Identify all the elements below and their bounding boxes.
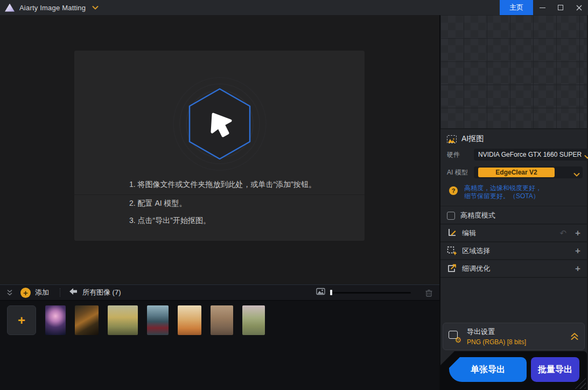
- add-image-tile[interactable]: +: [7, 305, 36, 335]
- ai-matting-title: AI抠图: [461, 134, 484, 144]
- high-precision-row[interactable]: 高精度模式: [440, 207, 587, 225]
- app-menu-chevron-down-icon[interactable]: [92, 5, 99, 10]
- close-icon: [576, 5, 582, 11]
- model-hint-line1: 高精度，边缘和锐度更好，: [464, 184, 542, 192]
- ai-matting-icon: [447, 135, 457, 143]
- back-arrow-icon[interactable]: [69, 288, 78, 297]
- help-icon[interactable]: ?: [449, 186, 458, 195]
- thumbnail-strip: +: [0, 301, 439, 390]
- close-button[interactable]: [570, 0, 588, 15]
- hardware-label: 硬件: [447, 150, 474, 159]
- expand-refine-plus-icon[interactable]: +: [575, 264, 580, 273]
- title-bar: Aiarty Image Matting 主页: [0, 0, 588, 15]
- export-settings-box[interactable]: ⚙ 导出设置 PNG (RGBA) [8 bits]: [443, 323, 585, 350]
- double-chevron-up-icon: [570, 332, 579, 340]
- ai-matting-header: AI抠图: [440, 129, 587, 149]
- double-chevron-down-icon: [6, 289, 13, 296]
- refine-label: 细调优化: [462, 264, 575, 274]
- batch-export-button[interactable]: 批量导出: [531, 357, 579, 382]
- drop-zone-illustration: [74, 51, 365, 173]
- hardware-dropdown[interactable]: NVIDIA GeForce GTX 1660 SUPER: [474, 149, 588, 161]
- refine-section-row[interactable]: 细调优化 +: [440, 260, 587, 278]
- model-hint-text: 高精度，边缘和锐度更好， 细节保留更好。（SOTA）: [464, 184, 542, 200]
- main-canvas: 1. 将图像文件或文件夹拖放到此处，或单击“添加”按钮。 2. 配置 AI 模型…: [0, 15, 439, 284]
- single-export-button[interactable]: 单张导出: [449, 357, 527, 382]
- gear-icon: ⚙: [454, 336, 461, 344]
- add-images-label[interactable]: 添加: [35, 288, 49, 297]
- slider-track[interactable]: [329, 292, 411, 294]
- collapse-filmstrip-button[interactable]: [6, 289, 13, 296]
- add-images-button[interactable]: +: [20, 288, 31, 298]
- slider-handle[interactable]: [330, 290, 332, 295]
- export-settings-icon: ⚙: [449, 331, 461, 343]
- model-hint-row: ? 高精度，边缘和锐度更好， 细节保留更好。（SOTA）: [440, 184, 587, 206]
- high-precision-label: 高精度模式: [460, 211, 495, 220]
- model-value-pill: EdgeClear V2: [478, 168, 555, 177]
- toolbar-divider: [60, 288, 60, 297]
- workspace-column: 1. 将图像文件或文件夹拖放到此处，或单击“添加”按钮。 2. 配置 AI 模型…: [0, 15, 440, 390]
- filmstrip-toolbar: + 添加 所有图像 (7): [0, 284, 439, 301]
- maximize-icon: [558, 5, 563, 10]
- plus-icon: +: [18, 314, 25, 327]
- thumbnail-woman-orange-flowers[interactable]: [178, 305, 201, 335]
- chevron-down-icon: [584, 152, 588, 162]
- app-title: Aiarty Image Matting: [19, 4, 86, 12]
- hexagon-cursor-icon: [171, 71, 268, 173]
- thumbnail-woman-red-dress[interactable]: [147, 305, 169, 335]
- model-label: AI 模型: [447, 168, 474, 177]
- collapse-export-button[interactable]: [570, 332, 579, 340]
- expand-region-plus-icon[interactable]: +: [575, 246, 580, 255]
- edit-pen-icon: [447, 228, 457, 238]
- all-images-filter-label[interactable]: 所有图像 (7): [82, 288, 121, 297]
- chevron-down-icon: [573, 170, 580, 179]
- minimize-button[interactable]: [533, 0, 551, 15]
- transparency-preview: [440, 15, 587, 129]
- hardware-row: 硬件 NVIDIA GeForce GTX 1660 SUPER: [440, 149, 587, 161]
- expand-edit-plus-icon[interactable]: +: [575, 228, 580, 238]
- export-buttons-tray: 单张导出 批量导出: [440, 351, 587, 390]
- delete-image-button[interactable]: [425, 289, 433, 297]
- minimize-icon: [540, 8, 545, 8]
- region-select-section-row[interactable]: 区域选择 +: [440, 242, 587, 260]
- hardware-value: NVIDIA GeForce GTX 1660 SUPER: [478, 151, 582, 158]
- instruction-step-2: 2. 配置 AI 模型。: [74, 195, 365, 212]
- drop-zone[interactable]: 1. 将图像文件或文件夹拖放到此处，或单击“添加”按钮。 2. 配置 AI 模型…: [74, 51, 365, 241]
- maximize-button[interactable]: [551, 0, 570, 15]
- region-select-icon: [447, 246, 457, 255]
- app-window: Aiarty Image Matting 主页: [0, 0, 588, 390]
- undo-icon[interactable]: ↶: [559, 229, 566, 237]
- refine-icon: [447, 264, 457, 273]
- home-button[interactable]: 主页: [500, 0, 533, 15]
- high-precision-checkbox[interactable]: [447, 212, 455, 220]
- thumbnail-forest-roots[interactable]: [75, 305, 99, 335]
- thumbnail-jellyfish[interactable]: [45, 305, 66, 335]
- model-hint-line2: 细节保留更好。（SOTA）: [464, 192, 540, 200]
- thumbnail-woman-sepia-roses[interactable]: [211, 305, 233, 335]
- instruction-step-3: 3. 点击“导出”开始抠图。: [74, 212, 365, 229]
- model-dropdown[interactable]: EdgeClear V2: [474, 166, 583, 178]
- add-plus-icon: +: [23, 289, 28, 297]
- edit-section-row[interactable]: 编辑 ↶ +: [440, 225, 587, 242]
- app-logo-icon: [5, 4, 15, 12]
- sidebar-spacer: [440, 278, 587, 323]
- settings-sidebar: AI抠图 硬件 NVIDIA GeForce GTX 1660 SUPER AI…: [440, 15, 587, 390]
- thumbnail-woman-garden[interactable]: [242, 305, 265, 335]
- drop-zone-instructions: 1. 将图像文件或文件夹拖放到此处，或单击“添加”按钮。 2. 配置 AI 模型…: [74, 173, 365, 229]
- trash-icon: [425, 289, 433, 297]
- model-row: AI 模型 EdgeClear V2: [440, 166, 587, 178]
- thumbnail-size-icon: [316, 288, 325, 297]
- instruction-step-1: 1. 将图像文件或文件夹拖放到此处，或单击“添加”按钮。: [74, 175, 365, 195]
- export-settings-title: 导出设置: [467, 327, 570, 337]
- thumbnail-mountain-bike[interactable]: [108, 305, 138, 335]
- region-select-label: 区域选择: [462, 246, 575, 256]
- thumbnail-zoom-slider[interactable]: [329, 289, 411, 296]
- export-format-value: PNG (RGBA) [8 bits]: [467, 338, 570, 346]
- edit-section-label: 编辑: [462, 228, 559, 238]
